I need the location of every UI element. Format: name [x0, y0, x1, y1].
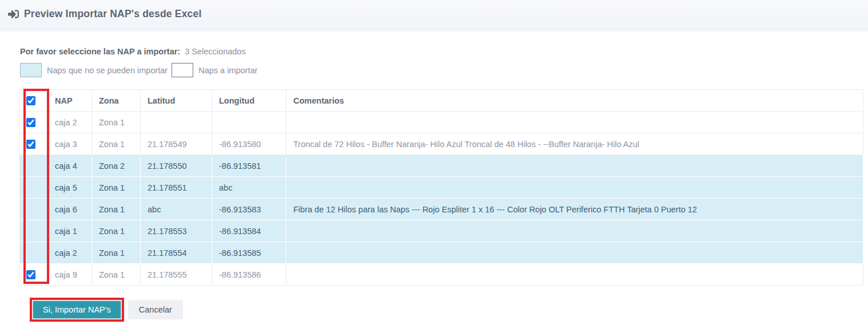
row-select-cell — [19, 220, 48, 242]
row-select-cell — [19, 177, 48, 199]
table-row: caja 5Zona 121.178551abc — [19, 177, 863, 199]
cell-nap: caja 4 — [48, 155, 92, 177]
cell-zona: Zona 1 — [92, 199, 141, 220]
action-buttons: Si, Importar NAP's Cancelar — [30, 298, 863, 322]
cell-longitud: -86.913581 — [212, 155, 286, 177]
cell-nap: caja 1 — [48, 220, 92, 242]
row-select-cell — [19, 199, 48, 220]
row-select-cell — [19, 155, 48, 177]
cell-latitud — [141, 112, 212, 133]
legend-label-importable: Naps a importar — [198, 66, 257, 75]
cell-comentarios — [286, 112, 863, 133]
cell-nap: caja 6 — [48, 199, 92, 220]
row-select-checkbox[interactable] — [26, 140, 35, 149]
row-select-cell[interactable] — [19, 264, 48, 286]
select-all-checkbox[interactable] — [26, 96, 35, 105]
legend-swatch-not-importable — [20, 63, 42, 77]
naps-table: NAP Zona Latitud Longitud Comentarios ca… — [19, 89, 863, 286]
column-header-nap: NAP — [48, 90, 92, 112]
table-row: caja 4Zona 221.178550-86.913581 — [19, 155, 863, 177]
cell-longitud: -86.913585 — [212, 242, 286, 264]
column-header-zona: Zona — [92, 90, 141, 112]
cell-latitud: abc — [141, 199, 212, 220]
row-select-cell[interactable] — [19, 112, 48, 133]
cell-comentarios — [286, 155, 863, 177]
cell-zona: Zona 1 — [92, 133, 141, 155]
selection-summary: Por favor seleccione las NAP a importar:… — [20, 47, 863, 56]
row-select-cell — [19, 242, 48, 264]
cell-longitud: -86.913586 — [212, 264, 286, 286]
cell-nap: caja 9 — [48, 264, 92, 286]
column-header-comentarios: Comentarios — [286, 90, 863, 112]
table-row: caja 2Zona 121.178554-86.913585 — [19, 242, 863, 264]
legend-swatch-importable — [172, 63, 193, 77]
column-header-longitud: Longitud — [212, 90, 286, 112]
row-select-cell[interactable] — [19, 133, 48, 155]
cell-nap: caja 2 — [48, 112, 92, 133]
column-header-latitud: Latitud — [141, 90, 212, 112]
page-title-text: Preview Importar NAP's desde Excel — [24, 8, 202, 20]
cell-longitud: -86.913583 — [212, 199, 286, 220]
cell-comentarios — [286, 264, 863, 286]
table-row: caja 6Zona 1abc-86.913583Fibra de 12 Hil… — [19, 199, 863, 220]
cell-latitud: 21.178553 — [141, 220, 212, 242]
row-select-checkbox[interactable] — [26, 270, 35, 279]
cell-latitud: 21.178549 — [141, 133, 212, 155]
row-select-checkbox[interactable] — [26, 118, 35, 127]
cancel-button[interactable]: Cancelar — [128, 300, 183, 319]
import-preview-card: Por favor seleccione las NAP a importar:… — [0, 31, 868, 322]
cell-longitud: -86.913580 — [212, 133, 286, 155]
cell-latitud: 21.178551 — [141, 177, 212, 199]
table-body: caja 2Zona 1caja 3Zona 121.178549-86.913… — [19, 112, 863, 286]
cell-zona: Zona 1 — [92, 242, 141, 264]
cell-latitud: 21.178550 — [141, 155, 212, 177]
table-row: caja 9Zona 121.178555-86.913586 — [19, 264, 863, 286]
cell-zona: Zona 1 — [92, 177, 141, 199]
cell-nap: caja 5 — [48, 177, 92, 199]
cell-nap: caja 2 — [48, 242, 92, 264]
table-row: caja 2Zona 1 — [19, 112, 863, 133]
confirm-button-highlight: Si, Importar NAP's — [30, 298, 124, 322]
cell-longitud — [212, 112, 286, 133]
legend-label-not-importable: Naps que no se pueden importar — [47, 66, 168, 75]
cell-comentarios — [286, 242, 863, 264]
cell-zona: Zona 1 — [92, 112, 141, 133]
cell-nap: caja 3 — [48, 133, 92, 155]
cell-comentarios — [286, 220, 863, 242]
cell-zona: Zona 1 — [92, 220, 141, 242]
cell-comentarios: Fibra de 12 Hilos para las Naps --- Rojo… — [286, 199, 863, 220]
table-row: caja 1Zona 121.178553-86.913584 — [19, 220, 863, 242]
sign-in-icon — [8, 9, 19, 19]
table-header-row: NAP Zona Latitud Longitud Comentarios — [19, 90, 863, 112]
page-title: Preview Importar NAP's desde Excel — [8, 8, 202, 20]
cell-latitud: 21.178555 — [141, 264, 212, 286]
select-all-cell[interactable] — [19, 90, 48, 112]
cell-comentarios — [286, 177, 863, 199]
cell-comentarios: Troncal de 72 Hilos - Buffer Naranja- Hi… — [286, 133, 863, 155]
cell-zona: Zona 1 — [92, 264, 141, 286]
cell-longitud: abc — [212, 177, 286, 199]
cell-latitud: 21.178554 — [141, 242, 212, 264]
legend: Naps que no se pueden importar Naps a im… — [20, 63, 863, 77]
cell-zona: Zona 2 — [92, 155, 141, 177]
naps-table-container: NAP Zona Latitud Longitud Comentarios ca… — [19, 89, 863, 286]
page-header: Preview Importar NAP's desde Excel — [0, 0, 868, 31]
cell-longitud: -86.913584 — [212, 220, 286, 242]
selection-label: Por favor seleccione las NAP a importar: — [20, 47, 180, 56]
confirm-import-button[interactable]: Si, Importar NAP's — [33, 301, 121, 319]
table-row: caja 3Zona 121.178549-86.913580Troncal d… — [19, 133, 863, 155]
